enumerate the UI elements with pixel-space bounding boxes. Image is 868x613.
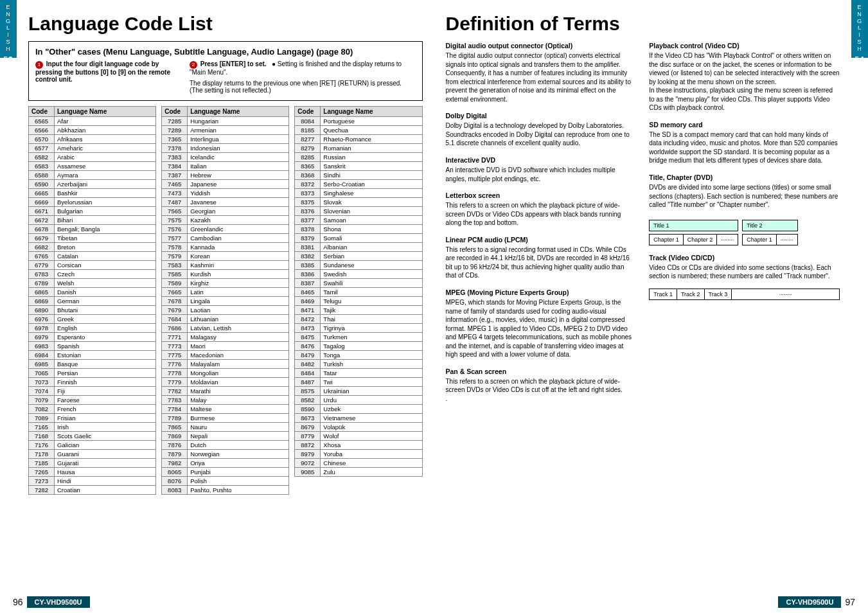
code-cell: 8465 [295, 288, 321, 297]
name-cell: Thai [321, 315, 422, 324]
code-cell: 6890 [29, 306, 55, 315]
th-name: Language Name [188, 107, 289, 117]
table-row: 6979Esperanto [29, 333, 156, 342]
code-cell: 8476 [295, 342, 321, 351]
name-cell: Galician [55, 441, 156, 450]
code-cell: 7387 [162, 171, 188, 180]
name-cell: Marathi [188, 387, 289, 396]
code-cell: 8590 [295, 405, 321, 414]
table-row: 6588Aymara [29, 171, 156, 180]
table-row: 7089Frisian [29, 414, 156, 423]
table-row: 7982Oriya [162, 459, 289, 468]
table-row: 8372Serbo-Croatian [295, 180, 422, 189]
table-row: 8673Vietnamese [295, 414, 422, 423]
table-row: 8475Turkmen [295, 333, 422, 342]
name-cell: Oriya [188, 459, 289, 468]
code-cell: 6577 [29, 144, 55, 153]
term-body: Dolby Digital is a technology developed … [446, 121, 637, 148]
code-cell: 7784 [162, 405, 188, 414]
code-cell: 8472 [295, 315, 321, 324]
code-cell: 7579 [162, 252, 188, 261]
code-cell: 7282 [29, 486, 55, 495]
table-row: 6665Bashkir [29, 189, 156, 198]
table-row: 7576Greenlandic [162, 225, 289, 234]
code-cell: 8279 [295, 144, 321, 153]
code-cell: 8473 [295, 324, 321, 333]
name-cell: Breton [55, 243, 156, 252]
name-cell: Greenlandic [188, 225, 289, 234]
code-cell: 7776 [162, 360, 188, 369]
table-row: 8476Tagalog [295, 342, 422, 351]
code-cell: 6665 [29, 189, 55, 198]
table-row: 7771Malagasy [162, 333, 289, 342]
table-row: 8482Turkish [295, 360, 422, 369]
code-cell: 7982 [162, 459, 188, 468]
step-2-badge: 2 [190, 61, 197, 69]
table-row: 8381Albanian [295, 243, 422, 252]
code-cell: 6985 [29, 360, 55, 369]
diagram-track: ········ [732, 289, 839, 299]
name-cell: Macedonian [188, 351, 289, 360]
table-row: 7282Croatian [29, 486, 156, 495]
name-cell: Nauru [188, 423, 289, 432]
name-cell: Faroese [55, 396, 156, 405]
tab-num-left: 53 [0, 55, 17, 64]
name-cell: Mongolian [188, 369, 289, 378]
table-row: 7775Macedonian [162, 351, 289, 360]
code-cell: 6983 [29, 342, 55, 351]
code-cell: 6671 [29, 207, 55, 216]
name-cell: Dutch [188, 441, 289, 450]
name-cell: Czech [55, 270, 156, 279]
table-row: 8872Xhosa [295, 441, 422, 450]
term-body: This refers to a screen on which the pla… [446, 201, 637, 227]
table-row: 6765Catalan [29, 252, 156, 261]
code-cell: 8285 [295, 153, 321, 162]
table-row: 7776Malayalam [162, 360, 289, 369]
name-cell: Persian [55, 369, 156, 378]
name-cell: Laotian [188, 306, 289, 315]
code-cell: 7778 [162, 369, 188, 378]
code-cell: 7265 [29, 468, 55, 477]
table-row: 7684Lithuanian [162, 315, 289, 324]
name-cell: Lithuanian [188, 315, 289, 324]
name-cell: Slovak [321, 198, 422, 207]
name-cell: Welsh [55, 279, 156, 288]
code-cell: 6669 [29, 198, 55, 207]
name-cell: Sanskrit [321, 162, 422, 171]
name-cell: Armenian [188, 126, 289, 135]
table-row: 7383Icelandic [162, 153, 289, 162]
code-cell: 7577 [162, 234, 188, 243]
name-cell: Bhutani [55, 306, 156, 315]
left-footer: 96 CY-VHD9500U [0, 596, 434, 608]
name-cell: Bengali; Bangla [55, 225, 156, 234]
table-row: 8376Slovenian [295, 207, 422, 216]
code-cell: 7686 [162, 324, 188, 333]
table-row: 6779Corsican [29, 261, 156, 270]
code-cell: 8084 [295, 117, 321, 126]
term-block: MPEG (Moving Picture Experts Group)MPEG,… [446, 288, 637, 359]
step-2-label: Press [ENTER] to set. [200, 60, 267, 67]
table-row: 6679Tibetan [29, 234, 156, 243]
code-cell: 9085 [295, 468, 321, 477]
table-row: 6672Bihari [29, 216, 156, 225]
name-cell: Spanish [55, 342, 156, 351]
term-title: Linear PCM audio (LPCM) [446, 235, 637, 244]
code-cell: 8373 [295, 189, 321, 198]
name-cell: Yiddish [188, 189, 289, 198]
diagram-ch: Chapter 1 [650, 235, 684, 245]
table-row: 7665Latin [162, 288, 289, 297]
name-cell: Lingala [188, 297, 289, 306]
table-row: 9085Zulu [295, 468, 422, 477]
code-cell: 7779 [162, 378, 188, 387]
name-cell: Tatar [321, 369, 422, 378]
code-cell: 7578 [162, 243, 188, 252]
table-row: 8373Singhalese [295, 189, 422, 198]
code-cell: 7168 [29, 432, 55, 441]
table-row: 7273Hindi [29, 477, 156, 486]
code-cell: 8376 [295, 207, 321, 216]
code-cell: 6566 [29, 126, 55, 135]
name-cell: Tagalog [321, 342, 422, 351]
table-row: 6678Bengali; Bangla [29, 225, 156, 234]
name-cell: Irish [55, 423, 156, 432]
code-cell: 7665 [162, 288, 188, 297]
